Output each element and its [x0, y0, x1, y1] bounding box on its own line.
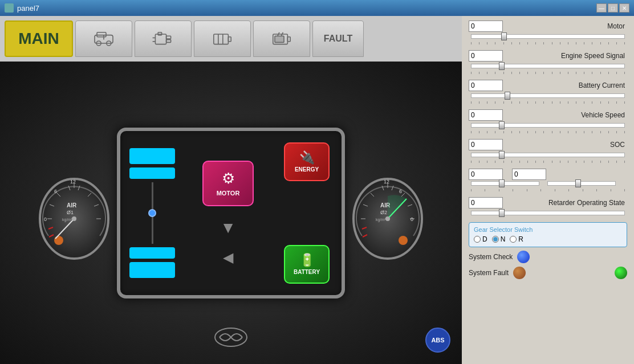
vehicle-speed-label: Vehicle Speed — [503, 111, 627, 119]
motor-box[interactable]: ⚙ MOTOR — [202, 161, 254, 206]
retarder-thumb[interactable] — [499, 209, 505, 217]
battery-current-thumb[interactable] — [505, 92, 510, 100]
titlebar: panel7 — □ ✕ — [0, 0, 634, 16]
gear-radio-n[interactable] — [492, 236, 499, 243]
soc-row: SOC — [469, 139, 627, 150]
system-fault-dot — [513, 267, 526, 279]
tab-engine[interactable] — [135, 21, 192, 57]
engine-speed-row: Engine Speed Signal — [469, 50, 627, 62]
motor-label-right: Motor — [503, 22, 627, 30]
extra2-slider[interactable] — [547, 181, 616, 186]
display-center-column: ⚙ MOTOR ▼ ◀ — [181, 140, 275, 286]
svg-text:6: 6 — [54, 189, 57, 194]
retarder-label: Retarder Operating State — [503, 199, 627, 207]
svg-point-40 — [72, 216, 76, 221]
svg-rect-11 — [214, 34, 229, 44]
window-controls: — □ ✕ — [596, 3, 629, 13]
motor-slider-thumb[interactable] — [501, 32, 507, 40]
gear-radio-n-fill — [493, 237, 498, 242]
tab-vehicle[interactable] — [75, 21, 132, 57]
soc-slider[interactable] — [471, 153, 625, 157]
soc-thumb[interactable] — [499, 151, 505, 159]
retarder-slider[interactable] — [471, 211, 625, 215]
gear-option-n[interactable]: N — [492, 235, 506, 243]
vehicle-speed-ticks — [471, 131, 625, 134]
vehicle-speed-row: Vehicle Speed — [469, 109, 627, 121]
gear-option-d[interactable]: D — [474, 235, 487, 243]
energy-label: ENERGY — [295, 166, 319, 173]
svg-text:Ø2: Ø2 — [380, 210, 387, 215]
gear-options: D N R — [474, 235, 622, 243]
soc-ticks — [471, 161, 625, 164]
extra2-input[interactable] — [512, 169, 546, 180]
engine-speed-slider[interactable] — [471, 64, 625, 68]
right-panel: Motor Engine Speed Signal — [462, 16, 634, 364]
system-check-row: System Check — [469, 251, 627, 263]
double-input-row — [469, 169, 627, 180]
cyan-bar-4 — [129, 262, 175, 278]
battery-current-row: Battery Current — [469, 80, 627, 91]
extra-ticks — [471, 189, 625, 193]
svg-rect-10 — [158, 32, 161, 35]
battery-label: BATTERY — [294, 269, 320, 275]
minimize-button[interactable]: — — [596, 3, 607, 13]
engine-speed-ticks — [471, 72, 625, 75]
vehicle-speed-input[interactable] — [469, 109, 503, 121]
main-tab[interactable]: MAIN — [5, 21, 73, 57]
maximize-button[interactable]: □ — [608, 3, 618, 13]
vehicle-speed-slider[interactable] — [471, 123, 625, 128]
battery-current-input[interactable] — [469, 80, 503, 91]
engine-speed-thumb[interactable] — [499, 62, 505, 70]
system-check-label: System Check — [469, 253, 513, 261]
retarder-row: Retarder Operating State — [469, 197, 627, 208]
svg-text:6: 6 — [399, 189, 402, 194]
display-right-column: 🔌 ENERGY 🔋 BATTERY — [281, 140, 332, 286]
svg-text:0: 0 — [44, 216, 47, 222]
left-panel: MAIN — [0, 16, 462, 364]
motor-input[interactable] — [469, 21, 503, 32]
battery-current-slider[interactable] — [471, 93, 625, 98]
svg-rect-16 — [287, 37, 290, 42]
battery-icon: 🔋 — [299, 253, 315, 268]
cyan-bar-2 — [129, 167, 175, 179]
extra1-thumb[interactable] — [499, 179, 505, 187]
svg-rect-17 — [275, 36, 284, 42]
gear-radio-d[interactable] — [474, 236, 481, 243]
vehicle-speed-thumb[interactable] — [499, 121, 505, 129]
energy-box[interactable]: 🔌 ENERGY — [284, 142, 330, 181]
system-check-dot — [517, 251, 530, 263]
arrow-down-icon: ▼ — [220, 219, 236, 237]
gear-selector-section: Gear Selector Switch D N R — [469, 222, 627, 247]
motor-icon: ⚙ — [222, 170, 235, 187]
system-fault-row: System Fault — [469, 267, 627, 279]
right-gauge: 0 6 12 AIR Ø2 kg/m² — [351, 162, 425, 264]
engine-speed-label: Engine Speed Signal — [503, 52, 627, 60]
fault-tab[interactable]: FAULT — [312, 21, 364, 57]
extra1-slider[interactable] — [471, 181, 539, 186]
motor-slider-track[interactable] — [471, 34, 625, 39]
motor-control-row: Motor — [469, 21, 627, 32]
app-icon — [5, 3, 14, 13]
status-ok-dot — [615, 267, 627, 279]
battery-box[interactable]: 🔋 BATTERY — [284, 245, 330, 284]
engine-speed-input[interactable] — [469, 50, 503, 62]
soc-input[interactable] — [469, 139, 503, 150]
motor-slider-row — [469, 34, 627, 39]
display-left-column — [129, 140, 175, 286]
motor-label: MOTOR — [217, 190, 240, 197]
cyan-bar-3 — [129, 247, 175, 259]
close-button[interactable]: ✕ — [619, 3, 629, 13]
gear-selector-title: Gear Selector Switch — [474, 226, 622, 233]
svg-text:Ø1: Ø1 — [67, 210, 74, 215]
svg-text:AIR: AIR — [67, 202, 77, 208]
svg-point-59 — [399, 236, 408, 245]
extra2-thumb[interactable] — [575, 179, 581, 187]
gear-option-r[interactable]: R — [510, 235, 523, 243]
tab-battery1[interactable] — [194, 21, 251, 57]
brand-logo — [214, 326, 248, 353]
retarder-input[interactable] — [469, 197, 503, 208]
extra1-input[interactable] — [469, 169, 503, 180]
arrow-left-icon: ◀ — [223, 250, 233, 265]
tab-battery2[interactable] — [253, 21, 310, 57]
gear-radio-r[interactable] — [510, 236, 517, 243]
